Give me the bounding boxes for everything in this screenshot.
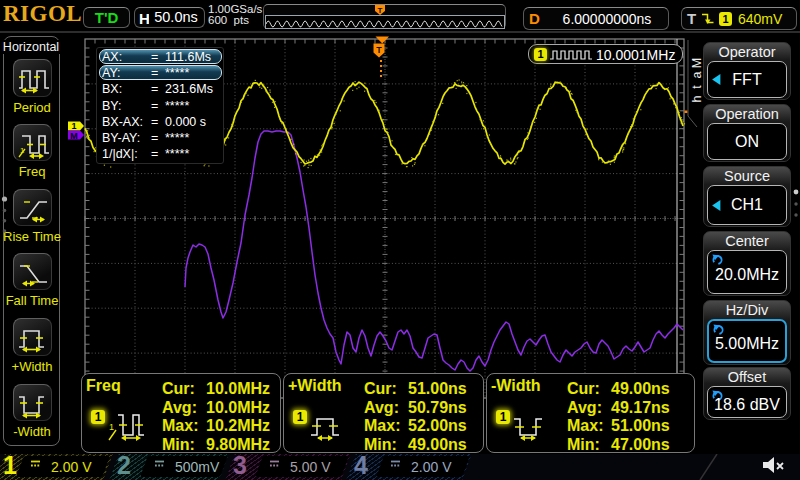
svg-text:T: T bbox=[378, 6, 383, 15]
svg-text:T: T bbox=[376, 45, 382, 55]
svg-text:M: M bbox=[70, 131, 78, 141]
svg-text:1: 1 bbox=[71, 121, 76, 131]
svg-text:1: 1 bbox=[109, 422, 114, 432]
svg-text:1: 1 bbox=[20, 146, 25, 155]
